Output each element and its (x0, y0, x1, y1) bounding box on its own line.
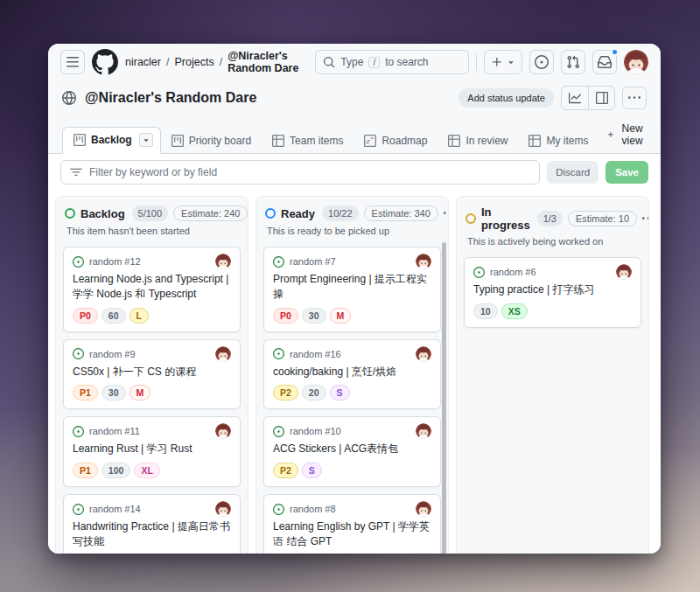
issue-label[interactable]: P0 (273, 308, 298, 324)
issue-card-header: random #6 (473, 264, 632, 280)
issue-label[interactable]: P2 (273, 463, 298, 478)
breadcrumb-current-project[interactable]: @Niracler's Random Dare (228, 50, 308, 74)
column-description: This is ready to be picked up (256, 223, 448, 241)
issue-card[interactable]: random #10ACG Stickers | ACG表情包P2S (263, 416, 441, 487)
issue-label[interactable]: S (330, 385, 350, 400)
issue-ref: random #6 (490, 267, 611, 277)
issue-label[interactable]: L (130, 308, 149, 324)
issue-title[interactable]: Typing practice | 打字练习 (473, 282, 632, 297)
column-menu-button[interactable] (642, 212, 649, 225)
tab-team-items[interactable]: Team items (262, 129, 354, 153)
breadcrumb-projects[interactable]: Projects (174, 56, 214, 68)
issue-card[interactable]: random #9CS50x | 补一下 CS 的课程P130M (63, 339, 241, 410)
create-new-button[interactable] (484, 50, 522, 74)
save-button[interactable]: Save (606, 161, 648, 184)
insights-button[interactable] (562, 87, 588, 109)
issue-title[interactable]: cooking/baking | 烹饪/烘焙 (273, 365, 431, 380)
issue-card[interactable]: random #12Learning Node.js and Typescrip… (63, 247, 241, 332)
issue-label[interactable]: M (330, 308, 352, 324)
issue-label[interactable]: 30 (102, 385, 126, 400)
column-scrollbar[interactable] (442, 242, 446, 554)
issue-label[interactable]: 60 (102, 308, 126, 324)
issue-label[interactable]: XS (501, 303, 528, 319)
issue-title[interactable]: Learning English by GPT | 学学英语 结合 GPT (273, 519, 431, 549)
assignee-avatar[interactable] (215, 501, 231, 517)
tab-label: Team items (290, 135, 343, 147)
assignee-avatar[interactable] (215, 423, 231, 439)
issue-opened-icon (73, 256, 84, 268)
tab-in-review[interactable]: In review (438, 129, 518, 153)
assignee-avatar[interactable] (215, 254, 231, 269)
assignee-avatar[interactable] (416, 501, 431, 517)
column-menu-button[interactable] (444, 207, 449, 219)
github-logo-icon[interactable] (92, 49, 118, 75)
issue-card-header: random #14 (73, 501, 231, 517)
issue-card[interactable]: random #11Learning Rust | 学习 RustP1100XL (63, 416, 241, 487)
issue-title[interactable]: ACG Stickers | ACG表情包 (273, 442, 431, 456)
issue-card[interactable]: random #7Prompt Engineering | 提示工程实操P030… (263, 247, 441, 332)
issue-labels: P1100XL (73, 463, 231, 478)
issue-card[interactable]: random #16cooking/baking | 烹饪/烘焙P220S (263, 339, 441, 410)
kebab-menu-icon (628, 92, 640, 104)
tab-roadmap[interactable]: Roadmap (354, 129, 438, 153)
issue-label[interactable]: S (302, 463, 322, 478)
side-panel-button[interactable] (588, 87, 614, 109)
issue-title[interactable]: Learning Node.js and Typescript | 学学 Nod… (73, 272, 231, 302)
issue-ref: random #9 (89, 349, 210, 359)
assignee-avatar[interactable] (215, 346, 231, 362)
column-cards: random #12Learning Node.js and Typescrip… (56, 241, 248, 554)
issue-card[interactable]: random #6Typing practice | 打字练习10XS (464, 257, 641, 328)
github-top-bar: niracler / Projects / @Niracler's Random… (48, 44, 661, 80)
inbox-button[interactable] (592, 50, 617, 74)
filter-input[interactable] (89, 166, 530, 178)
tab-priority-board[interactable]: Priority board (161, 129, 262, 153)
breadcrumb-user[interactable]: niracler (125, 56, 161, 68)
issue-title[interactable]: Learning Rust | 学习 Rust (73, 442, 231, 456)
add-status-update-button[interactable]: Add status update (458, 88, 554, 108)
issue-label[interactable]: 30 (302, 308, 326, 324)
issue-label[interactable]: P0 (73, 308, 98, 324)
issue-ref: random #7 (290, 256, 410, 267)
plus-icon (607, 129, 614, 141)
issue-card-header: random #10 (273, 423, 431, 439)
issue-label[interactable]: XL (134, 463, 159, 478)
search-icon (323, 56, 335, 68)
column-estimate-badge: Estimate: 240 (173, 205, 248, 221)
assignee-avatar[interactable] (616, 264, 632, 280)
tab-my-items[interactable]: My items (518, 129, 598, 153)
project-menu-button[interactable] (622, 87, 647, 109)
tab-backlog[interactable]: Backlog (62, 127, 161, 154)
tab-label: My items (546, 135, 588, 147)
issue-title[interactable]: Prompt Engineering | 提示工程实操 (273, 272, 431, 302)
new-view-button[interactable]: New view (598, 117, 654, 153)
issue-card[interactable]: random #8Learning English by GPT | 学学英语 … (263, 494, 441, 554)
issue-label[interactable]: 10 (473, 303, 498, 319)
search-input[interactable]: Type / to search (315, 50, 469, 74)
pull-requests-button[interactable] (561, 50, 585, 74)
issue-card-header: random #12 (73, 254, 231, 269)
issue-label[interactable]: P1 (73, 463, 98, 478)
issue-card-header: random #7 (273, 254, 431, 269)
column-cards: random #7Prompt Engineering | 提示工程实操P030… (256, 241, 448, 554)
issue-label[interactable]: 20 (302, 385, 326, 400)
issue-opened-icon (273, 504, 284, 515)
issue-label[interactable]: P2 (273, 385, 298, 400)
assignee-avatar[interactable] (416, 423, 431, 439)
hamburger-menu-button[interactable] (60, 50, 85, 74)
column-status-icon (65, 208, 75, 219)
issue-title[interactable]: Handwriting Practice | 提高日常书写技能 (73, 519, 231, 549)
issue-ref: random #8 (290, 504, 410, 514)
user-avatar[interactable] (624, 50, 648, 74)
assignee-avatar[interactable] (416, 346, 431, 362)
issue-card[interactable]: random #14Handwriting Practice | 提高日常书写技… (63, 494, 241, 554)
issue-label[interactable]: 100 (102, 463, 131, 478)
issues-button[interactable] (529, 50, 554, 74)
search-placeholder-after: to search (385, 56, 428, 68)
github-projects-window: niracler / Projects / @Niracler's Random… (48, 44, 661, 554)
view-options-button[interactable] (139, 133, 153, 147)
discard-button[interactable]: Discard (547, 161, 598, 184)
assignee-avatar[interactable] (416, 254, 431, 269)
issue-title[interactable]: CS50x | 补一下 CS 的课程 (73, 365, 231, 380)
issue-label[interactable]: M (130, 385, 151, 400)
issue-label[interactable]: P1 (73, 385, 98, 400)
